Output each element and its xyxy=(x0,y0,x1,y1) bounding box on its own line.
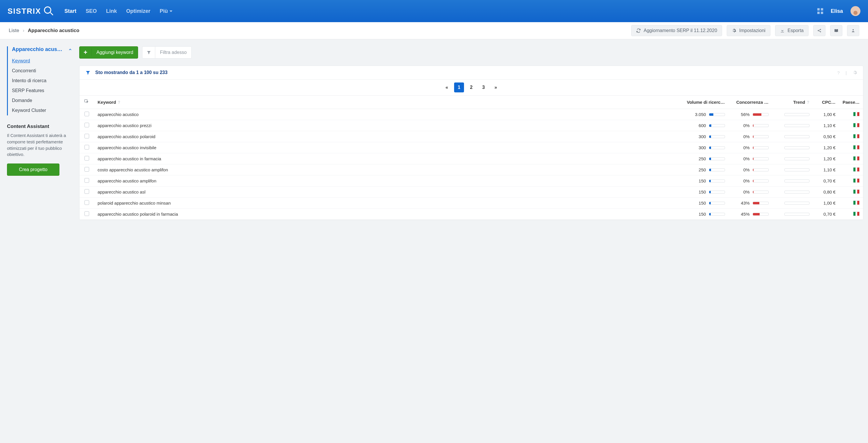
flag-it-icon xyxy=(853,167,860,172)
flag-it-icon xyxy=(853,178,860,183)
cell-country xyxy=(839,120,863,131)
sidebar-item-serp-features[interactable]: SERP Features xyxy=(12,86,72,96)
user-zone: + Elisa xyxy=(817,6,861,16)
sidebar-item-keyword[interactable]: Keyword xyxy=(12,56,72,66)
page-3[interactable]: 3 xyxy=(478,83,489,92)
row-checkbox[interactable] xyxy=(80,142,94,153)
main-pane: + Aggiungi keyword Filtra adesso Sto mos… xyxy=(79,46,863,220)
row-checkbox[interactable] xyxy=(80,165,94,175)
row-checkbox[interactable] xyxy=(80,109,94,120)
serp-update-button[interactable]: Aggiornamento SERP il 11.12.2020 xyxy=(631,25,722,36)
cell-volume: 250 xyxy=(679,165,728,175)
table-row[interactable]: apparecchio acustico polaroid in farmaci… xyxy=(80,209,863,220)
filter-active-icon xyxy=(85,70,91,75)
brand-logo[interactable]: SISTRIX xyxy=(7,6,54,16)
chevron-down-icon xyxy=(169,10,173,12)
book-button[interactable] xyxy=(830,25,842,36)
flag-it-icon xyxy=(853,112,860,116)
col-trend[interactable]: Trend? xyxy=(772,96,813,109)
row-checkbox[interactable] xyxy=(80,120,94,131)
table-row[interactable]: apparecchio acustico prezzi6000%1,10 € xyxy=(80,120,863,131)
row-checkbox[interactable] xyxy=(80,198,94,209)
filter-info-bar: Sto mostrando da 1 a 100 su 233 ? | xyxy=(80,66,863,80)
page-1[interactable]: 1 xyxy=(454,83,464,92)
table-row[interactable]: apparecchio acustico3.05056%1,00 € xyxy=(80,109,863,120)
app-grid-icon[interactable]: + xyxy=(817,8,823,14)
cell-cpc: 0,50 € xyxy=(813,131,839,142)
cell-country xyxy=(839,131,863,142)
create-project-button[interactable]: Crea progetto xyxy=(7,164,59,176)
nav-seo[interactable]: SEO xyxy=(86,8,97,14)
breadcrumb-root[interactable]: Liste xyxy=(9,28,19,33)
row-checkbox[interactable] xyxy=(80,153,94,165)
cell-cpc: 1,00 € xyxy=(813,198,839,209)
table-settings-icon[interactable] xyxy=(852,70,857,75)
add-keyword-button[interactable]: + Aggiungi keyword xyxy=(79,46,138,59)
action-row: + Aggiungi keyword Filtra adesso xyxy=(79,46,863,59)
user-button[interactable] xyxy=(847,25,859,36)
pagination: « 1 2 3 » xyxy=(80,80,863,96)
cell-cpc: 1,20 € xyxy=(813,153,839,165)
sidebar-item-questions[interactable]: Domande xyxy=(12,96,72,106)
col-keyword[interactable]: Keyword? xyxy=(94,96,679,109)
row-checkbox[interactable] xyxy=(80,186,94,198)
cell-cpc: 0,80 € xyxy=(813,186,839,198)
cell-country xyxy=(839,186,863,198)
cell-competition: 0% xyxy=(728,142,772,153)
page-first[interactable]: « xyxy=(442,83,452,92)
breadcrumb-current: Apparecchio acustico xyxy=(28,28,80,33)
table-row[interactable]: apparecchio acustico polaroid3000%0,50 € xyxy=(80,131,863,142)
nav-start[interactable]: Start xyxy=(64,8,76,14)
cell-country xyxy=(839,109,863,120)
settings-button[interactable]: Impostazioni xyxy=(727,25,770,36)
page-next[interactable]: » xyxy=(491,83,501,92)
cell-competition: 0% xyxy=(728,120,772,131)
cell-volume: 250 xyxy=(679,153,728,165)
col-competition[interactable]: Concorrenza … xyxy=(728,96,772,109)
col-cpc[interactable]: CPC… xyxy=(813,96,839,109)
col-volume[interactable]: Volume di ricerc… xyxy=(679,96,728,109)
sidebar-item-cluster[interactable]: Keyword Cluster xyxy=(12,106,72,115)
export-button[interactable]: Esporta xyxy=(775,25,809,36)
table-row[interactable]: apparecchio acustico amplifon1500%0,70 € xyxy=(80,175,863,186)
sidebar-item-competitors[interactable]: Concorrenti xyxy=(12,66,72,76)
col-country[interactable]: Paese… xyxy=(839,96,863,109)
cell-trend xyxy=(772,186,813,198)
row-checkbox[interactable] xyxy=(80,131,94,142)
cell-competition: 0% xyxy=(728,186,772,198)
row-checkbox[interactable] xyxy=(80,175,94,186)
user-name[interactable]: Elisa xyxy=(831,8,843,14)
assist-text: Il Content Assistant ti aiuterà a compor… xyxy=(7,132,72,158)
table-row[interactable]: apparecchio acustico invisibile3000%1,20… xyxy=(80,142,863,153)
sidebar: Apparecchio acus… Keyword Concorrenti In… xyxy=(0,46,72,220)
cell-volume: 300 xyxy=(679,131,728,142)
sidebar-title[interactable]: Apparecchio acus… xyxy=(12,46,72,53)
nav-optimizer[interactable]: Optimizer xyxy=(126,8,150,14)
cell-trend xyxy=(772,109,813,120)
nav-link[interactable]: Link xyxy=(106,8,117,14)
table-row[interactable]: apparecchio acustico asl1500%0,80 € xyxy=(80,186,863,198)
cell-volume: 150 xyxy=(679,198,728,209)
row-checkbox[interactable] xyxy=(80,209,94,220)
col-checkbox[interactable] xyxy=(80,96,94,109)
table-row[interactable]: costo apparecchio acustico amplifon2500%… xyxy=(80,165,863,175)
brand-text: SISTRIX xyxy=(7,7,41,16)
cell-trend xyxy=(772,131,813,142)
page-2[interactable]: 2 xyxy=(466,83,476,92)
content-wrap: Apparecchio acus… Keyword Concorrenti In… xyxy=(0,39,868,220)
person-icon xyxy=(851,28,856,33)
share-icon xyxy=(817,28,822,33)
nav-more[interactable]: Più xyxy=(160,8,173,14)
cell-cpc: 1,20 € xyxy=(813,142,839,153)
table-row[interactable]: polaroid apparecchio acustico minsan1504… xyxy=(80,198,863,209)
table-row[interactable]: apparecchio acustico in farmacia2500%1,2… xyxy=(80,153,863,165)
cell-cpc: 0,70 € xyxy=(813,175,839,186)
cell-cpc: 0,70 € xyxy=(813,209,839,220)
avatar[interactable] xyxy=(850,6,861,16)
cell-trend xyxy=(772,198,813,209)
share-button[interactable] xyxy=(813,25,826,36)
filter-now-button[interactable]: Filtra adesso xyxy=(142,46,192,59)
help-icon[interactable]: ? xyxy=(837,70,839,75)
breadcrumb-sep: › xyxy=(23,28,25,33)
sidebar-item-intent[interactable]: Intento di ricerca xyxy=(12,76,72,86)
